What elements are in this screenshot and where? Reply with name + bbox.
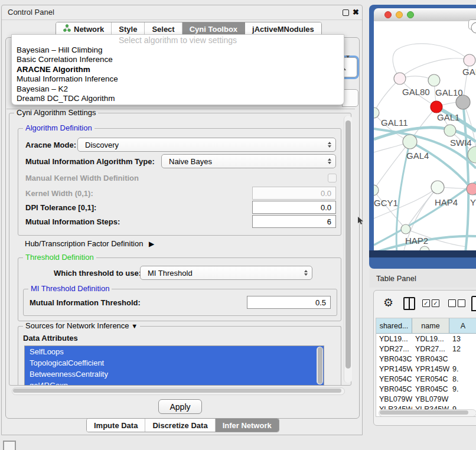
list-item[interactable]: BetweennessCentrality	[25, 369, 324, 380]
table-cell: 9.	[449, 384, 476, 394]
gear-icon[interactable]: ⚙	[383, 296, 393, 309]
table-panel-titlebar: Table Panel	[369, 269, 476, 288]
mi-algorithm-type-label: Mutual Information Algorithm Type:	[25, 157, 155, 166]
network-selector-combo-fragment[interactable]	[342, 89, 358, 107]
split-columns-icon[interactable]	[403, 297, 415, 310]
menu-item[interactable]: ARACNE Algorithm	[12, 65, 344, 74]
kernel-width-field[interactable]: 0.0	[252, 187, 336, 200]
algorithm-menu-items: Bayesian – Hill ClimbingBasic Correlatio…	[12, 45, 344, 103]
mi-threshold-definition-group: MI Threshold Definition Mutual Informati…	[23, 289, 337, 316]
mi-steps-field[interactable]: 6	[252, 215, 336, 228]
mi-threshold-definition-title: MI Threshold Definition	[28, 284, 112, 293]
table-row[interactable]: YBR043CYBR043C	[376, 354, 476, 364]
list-item[interactable]: SelfLoops	[25, 346, 324, 357]
mac-zoom-icon[interactable]	[407, 11, 414, 18]
threshold-definition-group: Threshold Definition Which threshold to …	[18, 257, 341, 321]
table-row[interactable]: YBL079WYBL079W	[376, 394, 476, 404]
network-node[interactable]	[431, 101, 442, 113]
hub-definition-toggle[interactable]: Hub/Transcription Factor Definition ▶	[25, 239, 154, 248]
document-icon[interactable]	[471, 296, 476, 311]
unchecked-checkbox-icon[interactable]	[458, 299, 465, 307]
tab-impute-data[interactable]: Impute Data	[87, 419, 145, 432]
table-row[interactable]: YPR145WYPR145W9.	[376, 364, 476, 374]
sources-group: Sources for Network Inference ▼ Data Att…	[18, 326, 341, 385]
network-node[interactable]	[444, 125, 456, 136]
network-node[interactable]	[374, 107, 379, 118]
mi-threshold-field[interactable]: 0.5	[247, 296, 331, 309]
apply-button[interactable]: Apply	[158, 399, 202, 414]
mac-close-icon[interactable]	[384, 11, 392, 18]
table-row[interactable]: YDR27...YDR27...12	[376, 344, 476, 354]
tab-infer-network[interactable]: Infer Network	[216, 419, 279, 432]
attributes-list-scrollbar[interactable]	[317, 347, 323, 384]
close-icon[interactable]: ✖	[353, 8, 359, 16]
aracne-mode-combo[interactable]: Discovery	[77, 138, 336, 152]
table-cell: YDR27...	[376, 344, 412, 354]
menu-item[interactable]: Dream8 DC_TDC Algorithm	[12, 94, 344, 103]
table-row[interactable]: YER054CYER054C8.	[376, 374, 476, 384]
threshold-definition-title: Threshold Definition	[23, 253, 96, 262]
table-cell: YPR145W	[376, 364, 412, 374]
table-row[interactable]: YDL19...YDL19...13	[376, 334, 476, 344]
menu-item[interactable]: Mutual Information Inference	[12, 74, 344, 84]
table-cell: YER054C	[376, 374, 412, 384]
network-node[interactable]	[431, 181, 444, 194]
column-header[interactable]: name	[412, 318, 449, 334]
mac-minimize-icon[interactable]	[396, 11, 403, 18]
menu-item[interactable]: Basic Correlation Inference	[12, 55, 344, 64]
list-item[interactable]: TopologicalCoefficient	[25, 357, 324, 369]
tab-discretize-data[interactable]: Discretize Data	[145, 419, 215, 432]
network-window-bottom-edge	[369, 250, 476, 257]
checked-checkbox-icon[interactable]: ✓	[432, 299, 439, 307]
network-edge	[406, 187, 438, 229]
algorithm-definition-group: Algorithm Definition Aracne Mode: Discov…	[18, 128, 341, 236]
checked-checkbox-icon[interactable]: ✓	[422, 299, 430, 307]
which-threshold-combo[interactable]: MI Threshold	[140, 266, 312, 280]
control-panel-title: Control Panel	[8, 8, 54, 17]
tab-jactivemnodules[interactable]: jActiveMNodules	[245, 22, 321, 35]
node-label: SWI4	[450, 138, 472, 148]
column-header[interactable]: A	[449, 318, 476, 334]
float-window-icon[interactable]	[343, 9, 349, 16]
tab-network[interactable]: Network	[56, 22, 112, 35]
network-node[interactable]	[428, 74, 440, 86]
table-cell: YBL079W	[376, 394, 412, 404]
table-horizontal-scrollbar[interactable]	[379, 409, 476, 417]
unchecked-checkbox-icon[interactable]	[448, 299, 456, 307]
combo-stepper-icon	[328, 158, 331, 164]
network-node[interactable]	[467, 183, 476, 195]
table-cell: 12	[449, 344, 476, 354]
network-node[interactable]	[403, 135, 417, 149]
menu-item[interactable]: Bayesian – K2	[12, 84, 344, 94]
node-label: HAP4	[435, 197, 458, 207]
network-node[interactable]	[394, 73, 406, 84]
data-attributes-label: Data Attributes	[23, 334, 78, 343]
network-node[interactable]	[464, 54, 475, 66]
network-node[interactable]	[374, 185, 379, 195]
settings-group-title: Cyni Algorithm Settings	[14, 108, 98, 117]
menu-item[interactable]: Bayesian – Hill Climbing	[12, 45, 344, 55]
table-cell	[449, 354, 476, 364]
dpi-tolerance-field[interactable]: 0.0	[252, 201, 336, 214]
settings-horizontal-scrollbar[interactable]	[12, 387, 345, 395]
chevron-down-icon[interactable]: ▼	[131, 322, 138, 330]
manual-kernel-checkbox[interactable]	[328, 174, 337, 182]
list-item[interactable]: gal4RGexp	[25, 380, 324, 386]
tab-select[interactable]: Select	[145, 22, 182, 35]
network-node[interactable]	[401, 224, 410, 234]
network-edge	[374, 190, 406, 229]
tab-cyni-toolbox[interactable]: Cyni Toolbox	[182, 22, 245, 35]
chevron-right-icon: ▶	[149, 240, 154, 248]
table-panel-window: ⚙ ✓ ✓ shared...nameA YDL19...YDL19...13Y…	[373, 290, 476, 426]
network-node[interactable]	[420, 246, 429, 250]
mi-algorithm-type-combo[interactable]: Naive Bayes	[161, 154, 336, 168]
tab-style[interactable]: Style	[112, 22, 145, 35]
minimized-panel-icon[interactable]	[3, 441, 16, 450]
column-header[interactable]: shared...	[376, 318, 412, 334]
data-attributes-list[interactable]: SelfLoopsTopologicalCoefficientBetweenne…	[24, 345, 324, 386]
settings-vertical-scrollbar[interactable]	[344, 116, 352, 383]
table-row[interactable]: YBR045CYBR045C9.	[376, 384, 476, 394]
network-node[interactable]	[471, 22, 476, 33]
cyni-bottom-tabs: Impute DataDiscretize DataInfer Network	[86, 418, 279, 432]
table-cell: YER054C	[412, 374, 449, 384]
